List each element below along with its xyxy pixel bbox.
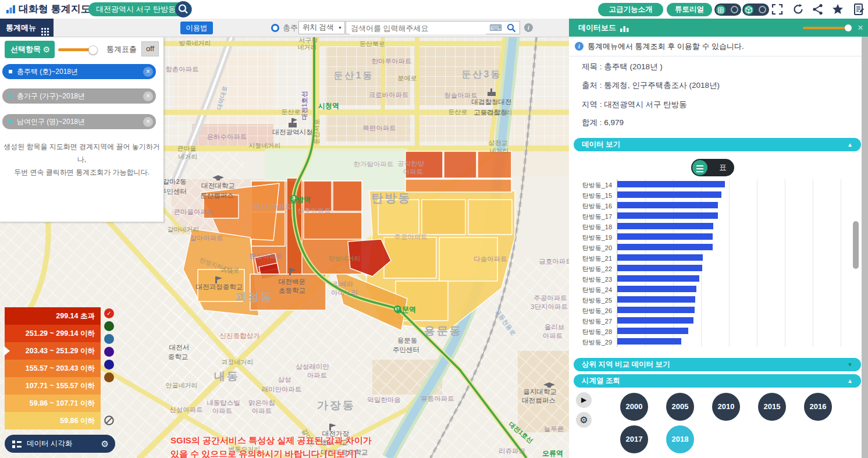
year-button-2005[interactable]: 2005 xyxy=(666,393,694,421)
year-button-2000[interactable]: 2000 xyxy=(620,393,648,421)
close-icon[interactable]: × xyxy=(858,19,863,37)
search-type-select[interactable]: 위치 검색 ▼ xyxy=(298,21,345,34)
section-compare[interactable]: 상위 지역 비교 데이터 보기 ▼ xyxy=(574,358,861,371)
item-bullet-icon xyxy=(9,94,12,98)
usage-guide-button[interactable]: 이용법 xyxy=(180,22,213,34)
chart-row: 탄방동_14 xyxy=(569,179,860,190)
map-search-button[interactable] xyxy=(175,1,191,17)
chart-row: 탄방동_20 xyxy=(569,242,860,253)
palette-brown-icon[interactable] xyxy=(104,372,114,382)
item-close-icon[interactable]: × xyxy=(143,91,153,101)
chart-scrollbar-thumb[interactable] xyxy=(853,221,859,269)
chart-bar[interactable] xyxy=(617,244,713,250)
data-visualization-button[interactable]: 데이터 시각화 ⚙ xyxy=(5,435,115,453)
chart-bar[interactable] xyxy=(617,265,702,271)
palette-green-icon[interactable] xyxy=(104,321,114,331)
chart-bar[interactable] xyxy=(617,317,693,324)
stat-item-pill[interactable]: 남여인구 (명)~2018년× xyxy=(2,114,156,129)
chart-bar[interactable] xyxy=(617,223,713,229)
chart-row: 탄방동_18 xyxy=(569,221,860,232)
chevron-down-icon: ▼ xyxy=(338,22,342,34)
map-3d-toggle[interactable] xyxy=(742,3,769,16)
stat-item-pill[interactable]: 총가구 (가구)~2018년× xyxy=(2,88,156,104)
virtual-keyboard-icon[interactable]: ⌨ xyxy=(489,23,502,33)
cube-3d-icon xyxy=(744,5,753,15)
timeseries-play-button[interactable]: ▶ xyxy=(576,392,592,408)
share-icon[interactable] xyxy=(812,3,824,15)
gear-icon[interactable]: ⚙ xyxy=(42,41,50,58)
chart-bar[interactable] xyxy=(617,202,718,208)
chart-bar[interactable] xyxy=(617,328,688,334)
palette-red-selected-icon[interactable]: ✓ xyxy=(104,308,114,318)
palette-blue-icon[interactable] xyxy=(104,334,114,344)
gear-icon[interactable]: ⚙ xyxy=(101,435,109,453)
search-input[interactable] xyxy=(350,22,486,34)
opacity-slider[interactable] xyxy=(58,48,92,51)
chart-bar[interactable] xyxy=(617,338,681,345)
toggle-off-circle-icon xyxy=(731,6,738,13)
report-document-icon[interactable] xyxy=(853,3,865,15)
tutorial-button[interactable]: 튜토리얼 xyxy=(667,3,712,16)
no-color-icon[interactable] xyxy=(104,416,114,428)
collapse-up-icon[interactable]: ▲ xyxy=(847,138,853,151)
chart-table-toggle[interactable]: 표 xyxy=(691,159,734,176)
palette-navy-icon[interactable] xyxy=(104,360,114,370)
map-label: 둔산서로 xyxy=(313,119,320,144)
year-button-2016[interactable]: 2016 xyxy=(804,393,832,421)
year-button-2015[interactable]: 2015 xyxy=(758,393,786,421)
search-type-value: 위치 검색 xyxy=(303,23,333,31)
map-label: 아파트 xyxy=(403,168,424,175)
stat-item-pill[interactable]: 총주택 (호)~2018년× xyxy=(2,64,156,79)
chart-bar[interactable] xyxy=(617,181,725,187)
fullscreen-icon[interactable] xyxy=(771,3,783,15)
map-label: 대전대학교 xyxy=(201,182,235,189)
chart-bar[interactable] xyxy=(617,212,718,219)
chart-bar[interactable] xyxy=(617,296,695,303)
year-button-2010[interactable]: 2010 xyxy=(712,393,740,421)
chart-bar[interactable] xyxy=(617,233,713,240)
panel-opacity-slider[interactable] xyxy=(803,27,849,29)
item-close-icon[interactable]: × xyxy=(143,117,153,127)
collapse-up-icon[interactable]: ▲ xyxy=(847,374,853,388)
chart-bar[interactable] xyxy=(617,254,703,261)
map-label: 갈마2동 xyxy=(163,178,187,185)
selected-items-header-button[interactable]: 선택항목 ⚙ xyxy=(5,41,55,58)
year-button-2018[interactable]: 2018 xyxy=(666,425,694,453)
stat-display-toggle[interactable]: off xyxy=(141,41,159,56)
refresh-icon[interactable] xyxy=(792,3,804,15)
map-label: 둔산3동 xyxy=(462,69,502,79)
map-label: 아파트 xyxy=(307,372,328,379)
chart-bar[interactable] xyxy=(617,286,696,292)
selected-items-panel: 선택항목 ⚙ 통계표출 off 총주택 (호)~2018년×총가구 (가구)~2… xyxy=(0,37,164,222)
legend-range: 203.43 ~ 251.29 이하 xyxy=(5,342,101,360)
list-layout-icon xyxy=(12,440,22,450)
map-label: 대검찰청대전 xyxy=(472,98,512,105)
bookmark-star-icon[interactable] xyxy=(832,3,844,15)
item-close-icon[interactable]: × xyxy=(143,67,153,77)
item-label: 남여인구 (명)~2018년 xyxy=(17,114,85,129)
stats-menu-button[interactable]: 통계메뉴 xyxy=(0,19,54,37)
map-label: 대전백운 xyxy=(279,278,305,285)
expand-down-icon[interactable]: ▼ xyxy=(847,358,853,371)
slider-thumb[interactable] xyxy=(845,24,852,31)
map-style-toggle[interactable] xyxy=(714,3,741,16)
palette-purple-icon[interactable] xyxy=(104,347,114,357)
timeseries-settings-button[interactable]: ⚙ xyxy=(576,412,592,428)
map-label: 유등아파트 xyxy=(421,395,454,402)
panel-scrollbar[interactable] xyxy=(862,37,868,458)
map-label: 한가람아파트 xyxy=(354,161,394,168)
section-label: 상위 지역 비교 데이터 보기 xyxy=(582,360,670,368)
map-label: 신진종합상가 xyxy=(220,332,260,339)
search-submit-icon[interactable] xyxy=(507,23,516,35)
section-timeseries[interactable]: 시계열 조회 ▲ xyxy=(574,374,861,388)
map-label: 용문역 xyxy=(395,306,416,314)
chart-bar[interactable] xyxy=(617,275,699,282)
map-label: 오류역 xyxy=(542,449,563,457)
year-button-2017[interactable]: 2017 xyxy=(620,425,648,453)
section-data-view[interactable]: 데이터 보기 ▲ xyxy=(574,138,861,151)
advanced-features-button[interactable]: 고급기능소개 xyxy=(598,3,663,16)
chart-bar[interactable] xyxy=(617,191,721,198)
slider-thumb[interactable] xyxy=(88,45,98,55)
chart-bar[interactable] xyxy=(617,307,695,313)
info-icon[interactable]: i xyxy=(524,23,533,32)
